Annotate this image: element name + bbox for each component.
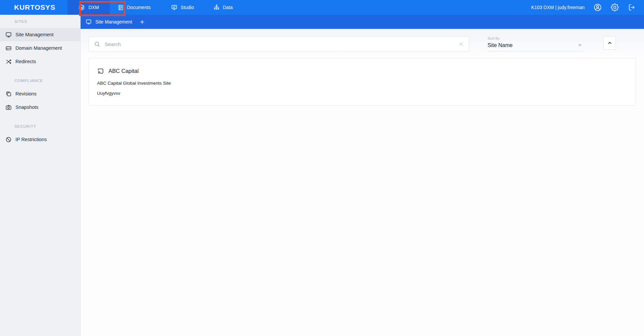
sidebar-item-label: Redirects — [15, 59, 36, 64]
ban-icon — [5, 136, 12, 143]
header-right-cluster: K103 DXM | judy.freeman — [531, 3, 644, 12]
sidebar-section-compliance: COMPLIANCE — [14, 79, 80, 83]
site-card-subtitle: Uuyfvgyvsv — [97, 91, 628, 96]
sort-by-label: Sort By — [488, 36, 584, 40]
studio-icon — [171, 4, 178, 11]
site-card-title: ABC Capital — [108, 68, 139, 74]
app: KURTOSYS DXM Documents — [0, 0, 644, 336]
nav-item-data[interactable]: Data — [213, 4, 233, 11]
body: SITES Site Management Domain Management — [0, 15, 644, 336]
documents-icon — [118, 4, 124, 11]
domain-icon — [5, 45, 12, 51]
sidebar-item-ip-restrictions[interactable]: IP Restrictions — [0, 133, 80, 146]
sidebar-item-domain-management[interactable]: Domain Management — [0, 41, 80, 55]
sort-by-value: Site Name — [488, 42, 584, 48]
camera-icon — [5, 104, 12, 111]
sidebar-item-label: Revisions — [15, 91, 37, 96]
clear-search-icon[interactable] — [458, 41, 464, 47]
collapse-button[interactable] — [603, 36, 616, 50]
sidebar-item-redirects[interactable]: Redirects — [0, 55, 80, 68]
brand-logo[interactable]: KURTOSYS — [0, 3, 67, 11]
sidebar: SITES Site Management Domain Management — [0, 15, 81, 336]
search-icon — [94, 41, 100, 47]
redirects-icon — [5, 58, 12, 65]
nav-label-studio: Studio — [181, 5, 194, 10]
monitor-icon — [5, 32, 12, 38]
settings-gear-icon[interactable] — [611, 3, 619, 11]
sidebar-item-label: Domain Management — [15, 45, 62, 51]
site-card-header: ABC Capital — [97, 68, 628, 75]
caret-down-icon — [578, 44, 582, 46]
main-column: Site Management — [81, 15, 644, 336]
sidebar-item-site-management[interactable]: Site Management — [0, 28, 80, 41]
sidebar-item-label: IP Restrictions — [15, 137, 47, 142]
logout-icon[interactable] — [628, 3, 636, 11]
user-icon[interactable] — [593, 3, 602, 12]
sort-by-select[interactable]: Sort By Site Name — [488, 37, 584, 51]
search-input[interactable] — [105, 41, 454, 47]
revisions-icon — [5, 91, 12, 97]
sidebar-item-snapshots[interactable]: Snapshots — [0, 100, 80, 114]
toolbar: Sort By Site Name — [89, 37, 636, 51]
nav-label-data: Data — [223, 5, 233, 10]
tab-bar: Site Management — [81, 15, 644, 29]
tab-site-management[interactable]: Site Management — [86, 19, 132, 25]
sidebar-item-revisions[interactable]: Revisions — [0, 87, 80, 100]
nav-item-studio[interactable]: Studio — [171, 4, 194, 11]
site-card[interactable]: ABC Capital ABC Capital Global Investmen… — [89, 58, 636, 106]
top-header: KURTOSYS DXM Documents — [0, 0, 644, 15]
add-tab-button[interactable] — [139, 19, 145, 25]
sidebar-item-label: Site Management — [15, 32, 54, 37]
sidebar-section-security: SECURITY — [14, 124, 80, 128]
data-icon — [213, 4, 220, 11]
monitor-icon — [86, 19, 92, 25]
site-card-description: ABC Capital Global Investments Site — [97, 81, 628, 86]
content-area: Sort By Site Name — [81, 29, 644, 336]
account-label: K103 DXM | judy.freeman — [531, 5, 585, 10]
nav-tab-dxm[interactable]: DXM — [67, 0, 110, 15]
nav-label-documents: Documents — [127, 5, 151, 10]
search-box — [89, 37, 469, 51]
nav-item-documents[interactable]: Documents — [118, 4, 151, 11]
layers-icon — [78, 4, 85, 11]
nav-label-dxm: DXM — [88, 5, 99, 10]
primary-nav: DXM Documents Studio — [67, 0, 233, 15]
sidebar-section-sites: SITES — [14, 19, 80, 24]
sidebar-item-label: Snapshots — [15, 104, 39, 110]
cast-icon — [97, 68, 104, 75]
tab-label: Site Management — [95, 19, 132, 25]
